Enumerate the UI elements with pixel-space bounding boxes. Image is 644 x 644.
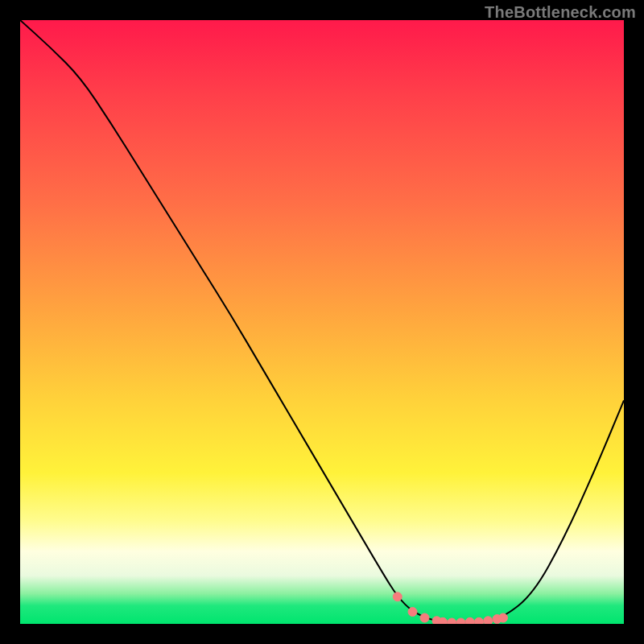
curve-svg xyxy=(20,20,624,624)
curve-marker xyxy=(393,592,402,601)
curve-marker xyxy=(448,618,456,624)
curve-marker xyxy=(499,613,508,622)
watermark-text: TheBottleneck.com xyxy=(485,3,636,22)
bottleneck-curve xyxy=(20,20,624,622)
curve-marker xyxy=(420,613,429,622)
chart-container: TheBottleneck.com xyxy=(0,0,644,644)
curve-marker xyxy=(465,617,474,624)
plot-area xyxy=(20,20,624,624)
curve-marker xyxy=(456,618,465,624)
curve-markers xyxy=(393,592,507,624)
curve-marker xyxy=(475,617,484,624)
curve-marker xyxy=(484,617,493,624)
curve-marker xyxy=(408,608,417,617)
curve-marker xyxy=(439,617,448,624)
